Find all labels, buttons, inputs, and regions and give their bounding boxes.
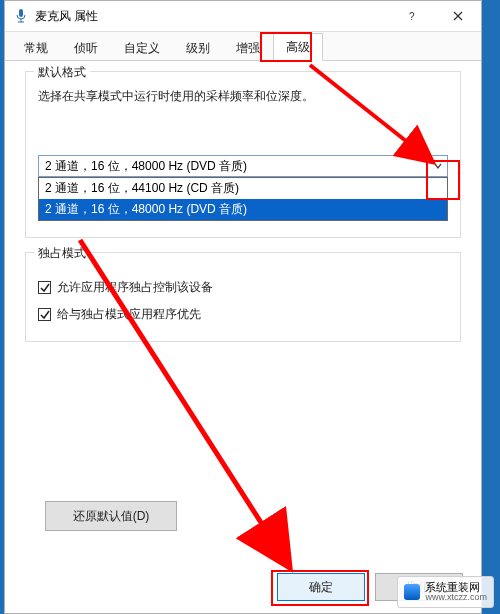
tab-listen[interactable]: 侦听 (61, 34, 111, 61)
titlebar: 麦克风 属性 ? (5, 1, 481, 32)
help-button[interactable]: ? (389, 1, 435, 31)
format-selected: 2 通道，16 位，48000 Hz (DVD 音质) (39, 158, 429, 175)
format-combobox[interactable]: 2 通道，16 位，48000 Hz (DVD 音质) 2 通道，16 位，44… (38, 155, 448, 177)
exclusive-mode-legend: 独占模式 (34, 245, 90, 262)
svg-text:?: ? (409, 11, 415, 21)
format-option[interactable]: 2 通道，16 位，48000 Hz (DVD 音质) (39, 199, 447, 220)
svg-rect-0 (19, 9, 23, 17)
restore-defaults-button[interactable]: 还原默认值(D) (45, 501, 177, 531)
tab-levels[interactable]: 级别 (173, 34, 223, 61)
ok-button[interactable]: 确定 (277, 573, 365, 601)
tab-advanced[interactable]: 高级 (273, 33, 323, 61)
watermark-logo-icon (404, 584, 420, 600)
exclusive-allow-row[interactable]: 允许应用程序独占控制该设备 (38, 279, 448, 296)
window-title: 麦克风 属性 (35, 8, 389, 25)
tab-bar: 常规 侦听 自定义 级别 增强 高级 (5, 32, 481, 61)
tab-content: 默认格式 选择在共享模式中运行时使用的采样频率和位深度。 2 通道，16 位，4… (5, 61, 481, 342)
chevron-down-icon[interactable] (429, 156, 447, 176)
properties-dialog: 麦克风 属性 ? 常规 侦听 自定义 级别 增强 高级 默认格式 选择在共享模式… (4, 0, 482, 614)
tab-custom[interactable]: 自定义 (111, 34, 173, 61)
exclusive-allow-label: 允许应用程序独占控制该设备 (57, 279, 213, 296)
format-dropdown: 2 通道，16 位，44100 Hz (CD 音质) 2 通道，16 位，480… (38, 177, 448, 221)
default-format-desc: 选择在共享模式中运行时使用的采样频率和位深度。 (38, 88, 448, 105)
default-format-group: 默认格式 选择在共享模式中运行时使用的采样频率和位深度。 2 通道，16 位，4… (25, 71, 461, 238)
watermark-url: www.xtczz.com (425, 593, 487, 603)
tab-enhance[interactable]: 增强 (223, 34, 273, 61)
exclusive-priority-label: 给与独占模式应用程序优先 (57, 306, 201, 323)
format-option[interactable]: 2 通道，16 位，44100 Hz (CD 音质) (39, 178, 447, 199)
checkbox-icon (38, 308, 51, 321)
checkbox-icon (38, 281, 51, 294)
close-button[interactable] (435, 1, 481, 31)
exclusive-priority-row[interactable]: 给与独占模式应用程序优先 (38, 306, 448, 323)
default-format-legend: 默认格式 (34, 64, 90, 81)
microphone-icon (13, 8, 29, 24)
tab-general[interactable]: 常规 (11, 34, 61, 61)
watermark: 系统重装网 www.xtczz.com (397, 576, 494, 608)
exclusive-mode-group: 独占模式 允许应用程序独占控制该设备 给与独占模式应用程序优先 (25, 252, 461, 342)
